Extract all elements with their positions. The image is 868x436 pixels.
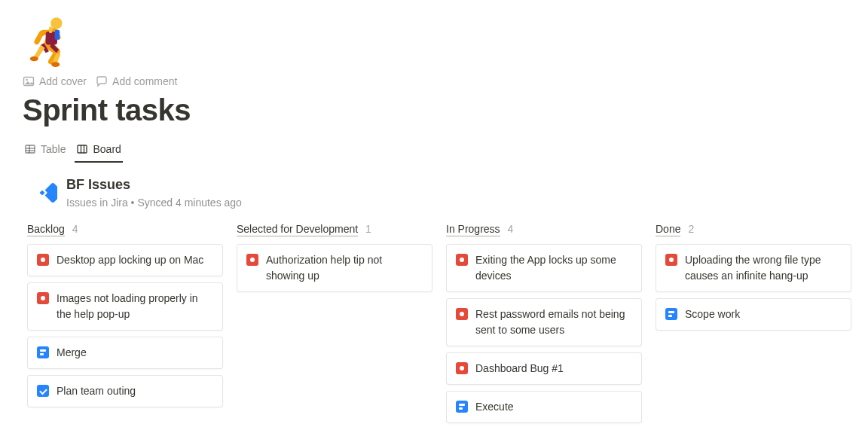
- card-title: Uploading the wrong file type causes an …: [685, 252, 842, 284]
- sub-icon: [665, 308, 677, 320]
- board-card[interactable]: Rest password emails not being sent to s…: [446, 298, 642, 346]
- card-title: Scope work: [685, 306, 842, 322]
- svg-point-7: [26, 79, 28, 81]
- card-title: Desktop app locking up on Mac: [57, 252, 213, 268]
- bug-icon: [37, 292, 49, 304]
- svg-rect-12: [78, 145, 87, 153]
- jira-logo-icon: [27, 178, 57, 208]
- svg-point-0: [50, 17, 62, 29]
- bug-icon: [665, 254, 677, 266]
- sub-icon: [37, 346, 49, 358]
- image-icon: [23, 75, 35, 87]
- svg-rect-2: [49, 26, 52, 33]
- board-card[interactable]: Images not loading properly in the help …: [27, 282, 223, 331]
- bug-icon: [456, 308, 468, 320]
- board-card[interactable]: Plan team outing: [27, 375, 223, 407]
- svg-rect-8: [26, 145, 35, 153]
- card-title: Execute: [475, 399, 632, 415]
- svg-point-4: [51, 62, 60, 67]
- database-subtitle: Issues in Jira • Synced 4 minutes ago: [66, 197, 242, 209]
- database-title[interactable]: BF Issues: [66, 177, 242, 194]
- board-icon: [76, 143, 88, 155]
- column-name: Done: [656, 222, 680, 236]
- column-header[interactable]: In Progress4: [446, 222, 642, 244]
- board-column: In Progress4Exiting the App locks up som…: [446, 222, 642, 429]
- tab-table[interactable]: Table: [23, 139, 67, 163]
- tab-table-label: Table: [41, 143, 66, 155]
- tab-board[interactable]: Board: [75, 139, 122, 163]
- column-header[interactable]: Done2: [656, 222, 851, 244]
- column-header[interactable]: Selected for Development1: [237, 222, 432, 244]
- board-column: Done2Uploading the wrong file type cause…: [656, 222, 851, 429]
- page-emoji-icon[interactable]: [20, 12, 78, 71]
- svg-point-3: [30, 56, 38, 62]
- board-card[interactable]: Execute: [446, 391, 642, 423]
- board-card[interactable]: Authorization help tip not showing up: [237, 244, 432, 292]
- board-column: Selected for Development1Authorization h…: [237, 222, 432, 429]
- add-comment-label: Add comment: [112, 75, 177, 87]
- board-column: Backlog4Desktop app locking up on MacIma…: [27, 222, 223, 429]
- add-cover-button[interactable]: Add cover: [23, 75, 87, 87]
- column-name: Selected for Development: [237, 222, 358, 236]
- sub-icon: [456, 401, 468, 413]
- tab-board-label: Board: [93, 143, 121, 155]
- check-icon: [37, 385, 49, 397]
- column-count: 2: [688, 223, 694, 235]
- bug-icon: [37, 254, 49, 266]
- bug-icon: [456, 254, 468, 266]
- card-title: Exiting the App locks up some devices: [475, 252, 632, 284]
- view-tabs: Table Board: [23, 139, 845, 163]
- board-card[interactable]: Merge: [27, 337, 223, 369]
- column-name: In Progress: [446, 222, 500, 236]
- page-title: Sprint tasks: [23, 92, 845, 128]
- column-count: 4: [508, 223, 514, 235]
- column-header[interactable]: Backlog4: [27, 222, 223, 244]
- comment-icon: [96, 75, 108, 87]
- column-count: 4: [72, 223, 78, 235]
- table-icon: [24, 143, 36, 155]
- card-title: Images not loading properly in the help …: [57, 291, 213, 322]
- card-title: Merge: [57, 345, 213, 361]
- column-count: 1: [365, 223, 371, 235]
- column-name: Backlog: [27, 222, 65, 236]
- board-card[interactable]: Dashboard Bug #1: [446, 352, 642, 385]
- card-title: Plan team outing: [57, 383, 213, 399]
- card-title: Dashboard Bug #1: [475, 361, 632, 377]
- add-comment-button[interactable]: Add comment: [96, 75, 177, 87]
- add-cover-label: Add cover: [39, 75, 87, 87]
- board-card[interactable]: Desktop app locking up on Mac: [27, 244, 223, 276]
- kanban-board: Backlog4Desktop app locking up on MacIma…: [23, 222, 845, 429]
- bug-icon: [246, 254, 258, 266]
- board-card[interactable]: Uploading the wrong file type causes an …: [656, 244, 851, 292]
- card-title: Authorization help tip not showing up: [266, 252, 423, 284]
- svg-rect-5: [55, 30, 60, 40]
- board-card[interactable]: Scope work: [656, 298, 851, 331]
- card-title: Rest password emails not being sent to s…: [475, 306, 632, 338]
- bug-icon: [456, 362, 468, 374]
- board-card[interactable]: Exiting the App locks up some devices: [446, 244, 642, 292]
